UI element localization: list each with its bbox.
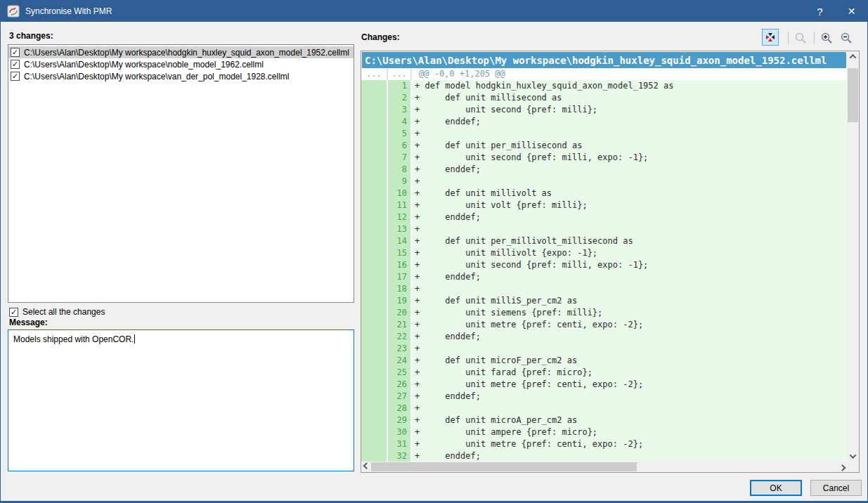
select-all-checkbox[interactable]: ✓ bbox=[9, 308, 18, 317]
diff-line: 19+ def unit milliS_per_cm2 as bbox=[361, 295, 847, 307]
horizontal-scroll-thumb[interactable] bbox=[371, 462, 637, 471]
horizontal-scrollbar[interactable] bbox=[361, 462, 847, 472]
diff-line: 30+ unit ampere {pref: micro}; bbox=[361, 426, 847, 438]
file-item[interactable]: ✓C:\Users\Alan\Desktop\My workspace\hodg… bbox=[8, 46, 354, 58]
diff-line: 18+ bbox=[361, 283, 847, 295]
diff-line: 25+ unit farad {pref: micro}; bbox=[361, 367, 847, 379]
diff-file-header: C:\Users\Alan\Desktop\My workspace\hodgk… bbox=[361, 51, 847, 68]
vertical-scroll-thumb[interactable] bbox=[848, 68, 858, 122]
diff-line: 15+ unit millivolt {expo: -1}; bbox=[361, 247, 847, 259]
diff-line: 6+ def unit per_millisecond as bbox=[361, 140, 847, 152]
message-input[interactable]: Models shipped with OpenCOR. bbox=[8, 329, 354, 471]
diff-line: 21+ unit metre {pref: centi, expo: -2}; bbox=[361, 319, 847, 331]
hunk-text: @@ -0,0 +1,205 @@ bbox=[412, 68, 847, 80]
diff-line: 7+ unit second {pref: milli, expo: -1}; bbox=[361, 152, 847, 164]
hunk-new-cell: ... bbox=[388, 68, 412, 80]
close-button[interactable]: ✕ bbox=[836, 1, 867, 22]
zoom-in-button[interactable] bbox=[818, 30, 835, 46]
diff-line: 32+ enddef; bbox=[361, 450, 847, 462]
changes-label: Changes: bbox=[361, 32, 400, 42]
diff-line: 23+ bbox=[361, 343, 847, 355]
scroll-right-button[interactable] bbox=[837, 462, 847, 472]
message-label: Message: bbox=[9, 318, 48, 327]
file-item[interactable]: ✓C:\Users\Alan\Desktop\My workspace\van_… bbox=[8, 70, 354, 82]
scroll-left-button[interactable] bbox=[361, 462, 371, 472]
diff-line: 20+ unit siemens {pref: milli}; bbox=[361, 307, 847, 319]
app-icon bbox=[7, 5, 20, 18]
diff-line: 1+ def model hodgkin_huxley_squid_axon_m… bbox=[361, 80, 847, 92]
diff-line: 4+ enddef; bbox=[361, 116, 847, 128]
ok-button[interactable]: OK bbox=[750, 480, 802, 496]
diff-line: 13+ bbox=[361, 223, 847, 235]
diff-line: 31+ unit metre {pref: centi, expo: -2}; bbox=[361, 438, 847, 450]
diff-line: 2+ def unit millisecond as bbox=[361, 92, 847, 104]
diff-line: 27+ enddef; bbox=[361, 391, 847, 403]
hunk-row: ... ... @@ -0,0 +1,205 @@ bbox=[361, 68, 847, 80]
file-checkbox[interactable]: ✓ bbox=[11, 60, 20, 69]
file-item[interactable]: ✓C:\Users\Alan\Desktop\My workspace\nobl… bbox=[8, 58, 354, 70]
diff-line: 28+ bbox=[361, 403, 847, 414]
select-all-label: Select all the changes bbox=[22, 307, 105, 317]
file-checkbox[interactable]: ✓ bbox=[11, 72, 20, 81]
file-checkbox[interactable]: ✓ bbox=[11, 48, 20, 57]
diff-line: 14+ def unit per_millivolt_millisecond a… bbox=[361, 235, 847, 247]
diff-viewer: C:\Users\Alan\Desktop\My workspace\hodgk… bbox=[361, 51, 860, 473]
zoom-out-button[interactable] bbox=[838, 30, 855, 46]
diff-line: 16+ unit second {pref: milli, expo: -1}; bbox=[361, 259, 847, 271]
file-list[interactable]: ✓C:\Users\Alan\Desktop\My workspace\hodg… bbox=[8, 44, 354, 303]
select-all-row: ✓ Select all the changes bbox=[9, 307, 105, 317]
diff-line: 12+ enddef; bbox=[361, 211, 847, 223]
diff-line: 17+ enddef; bbox=[361, 271, 847, 283]
chevron-right-icon bbox=[838, 464, 846, 471]
scrollbar-corner bbox=[847, 462, 859, 472]
diff-line: 10+ def unit millivolt as bbox=[361, 188, 847, 200]
window-titlebar: Synchronise With PMR ? ✕ bbox=[1, 1, 867, 22]
diff-line: 29+ def unit microA_per_cm2 as bbox=[361, 414, 847, 426]
diff-line: 3+ unit second {pref: milli}; bbox=[361, 104, 847, 116]
diff-line: 24+ def unit microF_per_cm2 as bbox=[361, 355, 847, 367]
diff-content: C:\Users\Alan\Desktop\My workspace\hodgk… bbox=[361, 51, 847, 462]
cancel-button[interactable]: Cancel bbox=[810, 480, 862, 496]
diff-line: 11+ unit volt {pref: milli}; bbox=[361, 200, 847, 211]
diff-line: 22+ enddef; bbox=[361, 331, 847, 343]
diff-view-toggle-button[interactable] bbox=[762, 29, 779, 46]
chevron-up-icon bbox=[850, 54, 857, 61]
text-caret bbox=[134, 334, 135, 344]
scroll-up-button[interactable] bbox=[847, 51, 859, 62]
hunk-old-cell: ... bbox=[361, 68, 388, 80]
chevron-down-icon bbox=[850, 452, 857, 459]
magnifier-icon bbox=[794, 32, 807, 44]
reset-zoom-button[interactable] bbox=[792, 30, 809, 46]
file-path: C:\Users\Alan\Desktop\My workspace\noble… bbox=[24, 60, 264, 70]
vertical-scrollbar[interactable] bbox=[847, 51, 859, 462]
scroll-down-button[interactable] bbox=[847, 451, 859, 462]
help-button[interactable]: ? bbox=[804, 1, 836, 22]
synchronise-with-pmr-dialog: Synchronise With PMR ? ✕ 3 changes: ✓C:\… bbox=[0, 0, 868, 503]
message-text: Models shipped with OpenCOR. bbox=[13, 334, 134, 344]
file-path: C:\Users\Alan\Desktop\My workspace\hodgk… bbox=[24, 48, 349, 58]
diff-lines: 1+ def model hodgkin_huxley_squid_axon_m… bbox=[361, 80, 847, 462]
file-path: C:\Users\Alan\Desktop\My workspace\van_d… bbox=[24, 72, 290, 81]
chevron-left-icon bbox=[363, 462, 370, 469]
diff-view-icon bbox=[765, 32, 776, 43]
toolbar-separator bbox=[788, 32, 789, 44]
changes-count-label: 3 changes: bbox=[9, 31, 53, 41]
diff-line: 9+ bbox=[361, 176, 847, 188]
diff-line: 8+ enddef; bbox=[361, 164, 847, 176]
diff-line: 5+ bbox=[361, 128, 847, 140]
zoom-in-icon bbox=[820, 32, 833, 44]
toolbar-separator bbox=[814, 32, 815, 44]
zoom-out-icon bbox=[840, 32, 853, 44]
window-title: Synchronise With PMR bbox=[25, 6, 112, 16]
diff-line: 26+ unit metre {pref: centi, expo: -2}; bbox=[361, 379, 847, 391]
